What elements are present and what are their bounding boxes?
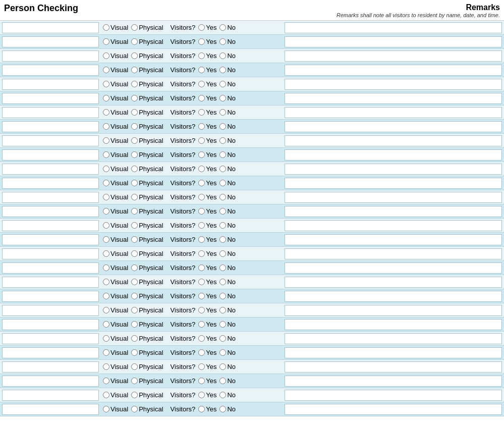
remarks-input[interactable] [285,36,502,47]
visual-option[interactable]: Visual [103,80,128,88]
remarks-input[interactable] [285,135,502,146]
physical-radio[interactable] [131,67,138,73]
name-input[interactable] [2,206,99,217]
no-radio[interactable] [219,95,226,101]
no-option[interactable]: No [219,137,236,144]
no-radio[interactable] [219,335,226,342]
name-input[interactable] [2,121,99,132]
name-input[interactable] [2,79,99,90]
yes-radio[interactable] [198,81,205,87]
visual-radio[interactable] [103,363,109,370]
visual-radio[interactable] [103,52,109,59]
physical-radio[interactable] [131,123,138,130]
yes-radio[interactable] [198,264,205,271]
physical-radio[interactable] [131,279,138,285]
no-option[interactable]: No [219,52,236,60]
no-radio[interactable] [219,293,226,299]
yes-option[interactable]: Yes [198,193,216,201]
name-input[interactable] [2,50,99,62]
visual-radio[interactable] [103,137,109,144]
yes-option[interactable]: Yes [198,80,216,88]
visual-radio[interactable] [103,264,109,271]
remarks-input[interactable] [285,277,502,288]
yes-option[interactable]: Yes [198,207,216,215]
visual-option[interactable]: Visual [103,377,128,385]
yes-option[interactable]: Yes [198,405,216,413]
remarks-input[interactable] [285,121,502,132]
visual-option[interactable]: Visual [103,179,128,187]
physical-option[interactable]: Physical [131,52,163,60]
physical-option[interactable]: Physical [131,151,163,158]
visual-radio[interactable] [103,279,109,285]
no-radio[interactable] [219,24,226,31]
remarks-input[interactable] [285,404,502,415]
visual-radio[interactable] [103,81,109,87]
name-input[interactable] [2,149,99,161]
no-option[interactable]: No [219,38,236,45]
no-radio[interactable] [219,81,226,87]
visual-radio[interactable] [103,194,109,200]
visual-radio[interactable] [103,321,109,328]
no-radio[interactable] [219,109,226,116]
physical-radio[interactable] [131,208,138,215]
physical-option[interactable]: Physical [131,349,163,356]
no-option[interactable]: No [219,193,236,201]
no-radio[interactable] [219,392,226,398]
remarks-input[interactable] [285,234,502,245]
visual-radio[interactable] [103,406,109,412]
yes-option[interactable]: Yes [198,278,216,286]
no-option[interactable]: No [219,377,236,385]
yes-radio[interactable] [198,67,205,73]
yes-radio[interactable] [198,208,205,215]
no-radio[interactable] [219,52,226,59]
physical-option[interactable]: Physical [131,236,163,243]
no-radio[interactable] [219,250,226,257]
physical-option[interactable]: Physical [131,165,163,173]
remarks-input[interactable] [285,107,502,118]
no-option[interactable]: No [219,349,236,356]
name-input[interactable] [2,93,99,104]
name-input[interactable] [2,178,99,189]
yes-radio[interactable] [198,52,205,59]
no-option[interactable]: No [219,109,236,116]
physical-option[interactable]: Physical [131,24,163,31]
remarks-input[interactable] [285,65,502,76]
no-radio[interactable] [219,279,226,285]
physical-radio[interactable] [131,24,138,31]
no-radio[interactable] [219,363,226,370]
physical-radio[interactable] [131,264,138,271]
remarks-input[interactable] [285,319,502,330]
physical-radio[interactable] [131,109,138,116]
physical-option[interactable]: Physical [131,207,163,215]
name-input[interactable] [2,248,99,259]
physical-option[interactable]: Physical [131,193,163,201]
no-radio[interactable] [219,321,226,328]
yes-option[interactable]: Yes [198,335,216,342]
visual-option[interactable]: Visual [103,123,128,130]
visual-radio[interactable] [103,236,109,243]
name-input[interactable] [2,390,99,401]
no-option[interactable]: No [219,151,236,158]
yes-option[interactable]: Yes [198,222,216,229]
visual-option[interactable]: Visual [103,405,128,413]
no-radio[interactable] [219,349,226,356]
name-input[interactable] [2,262,99,274]
remarks-input[interactable] [285,248,502,259]
visual-option[interactable]: Visual [103,391,128,399]
visual-option[interactable]: Visual [103,165,128,173]
yes-option[interactable]: Yes [198,109,216,116]
physical-radio[interactable] [131,378,138,384]
yes-option[interactable]: Yes [198,94,216,102]
yes-option[interactable]: Yes [198,123,216,130]
visual-option[interactable]: Visual [103,321,128,328]
yes-option[interactable]: Yes [198,52,216,60]
physical-option[interactable]: Physical [131,250,163,257]
physical-radio[interactable] [131,194,138,200]
yes-radio[interactable] [198,236,205,243]
yes-radio[interactable] [198,180,205,186]
yes-option[interactable]: Yes [198,66,216,74]
visual-option[interactable]: Visual [103,66,128,74]
remarks-input[interactable] [285,192,502,203]
physical-radio[interactable] [131,307,138,313]
visual-option[interactable]: Visual [103,264,128,272]
